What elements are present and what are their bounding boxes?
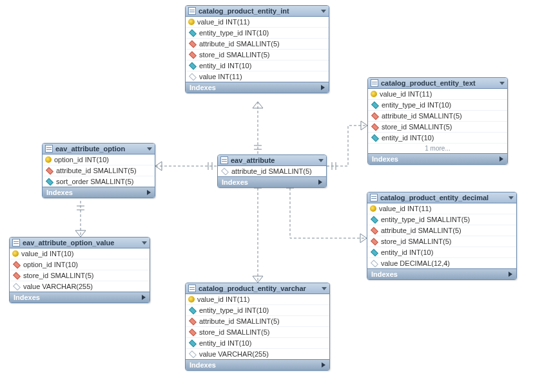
column-row[interactable]: value INT(11) (186, 71, 329, 82)
column-type-icon (46, 167, 53, 174)
column-row[interactable]: store_id SMALLINT(5) (367, 236, 516, 247)
column-row[interactable]: entity_type_id INT(10) (186, 27, 329, 38)
collapse-caret-icon[interactable] (509, 196, 514, 200)
column-type-icon (13, 272, 21, 279)
table-catalog-product-entity-decimal[interactable]: catalog_product_entity_decimalvalue_id I… (367, 192, 517, 280)
column-row[interactable]: store_id SMALLINT(5) (186, 326, 329, 337)
table-header[interactable]: eav_attribute_option_value (10, 238, 150, 248)
column-row[interactable]: value_id INT(11) (367, 203, 516, 214)
column-definition: store_id SMALLINT(5) (382, 123, 452, 131)
column-row[interactable]: entity_id INT(10) (186, 337, 329, 348)
column-definition: entity_id INT(10) (199, 339, 251, 347)
column-type-icon (189, 317, 197, 325)
column-row[interactable]: store_id SMALLINT(5) (368, 121, 507, 132)
table-eav-attribute[interactable]: eav_attributeattribute_id SMALLINT(5)Ind… (217, 154, 327, 188)
column-row[interactable]: value_id INT(11) (186, 17, 329, 27)
indexes-label: Indexes (371, 270, 398, 278)
svg-line-24 (258, 276, 263, 283)
column-definition: value_id INT(11) (197, 295, 249, 303)
column-list: value_id INT(11)entity_type_id INT(10)at… (368, 89, 507, 153)
column-row[interactable]: attribute_id SMALLINT(5) (186, 315, 329, 326)
column-row[interactable]: entity_id INT(10) (368, 132, 507, 143)
column-row[interactable]: entity_type_id INT(10) (186, 304, 329, 315)
primary-key-icon (188, 19, 195, 25)
column-type-icon (371, 101, 379, 109)
column-row[interactable]: attribute_id SMALLINT(5) (186, 38, 329, 49)
column-definition: store_id SMALLINT(5) (381, 238, 451, 245)
column-row[interactable]: value DECIMAL(12,4) (367, 257, 516, 268)
column-type-icon (189, 306, 197, 314)
column-definition: value VARCHAR(255) (23, 283, 93, 290)
column-definition: value_id INT(11) (380, 90, 432, 98)
table-icon (188, 7, 196, 15)
expand-arrow-icon (322, 362, 325, 368)
column-row[interactable]: entity_id INT(10) (367, 247, 516, 257)
column-row[interactable]: entity_type_id SMALLINT(5) (367, 214, 516, 225)
indexes-section[interactable]: Indexes (186, 82, 329, 93)
indexes-section[interactable]: Indexes (10, 292, 150, 303)
column-row[interactable]: value_id INT(10) (10, 248, 150, 259)
column-row[interactable]: attribute_id SMALLINT(5) (367, 225, 516, 236)
collapse-caret-icon[interactable] (318, 159, 324, 162)
table-catalog-product-entity-varchar[interactable]: catalog_product_entity_varcharvalue_id I… (185, 283, 330, 371)
column-row[interactable]: value_id INT(11) (186, 294, 329, 304)
column-row[interactable]: attribute_id SMALLINT(5) (368, 110, 507, 121)
collapse-caret-icon[interactable] (142, 241, 147, 245)
svg-line-12 (361, 121, 367, 126)
expand-arrow-icon (142, 295, 146, 300)
column-row[interactable]: store_id SMALLINT(5) (186, 49, 329, 60)
column-definition: store_id SMALLINT(5) (199, 328, 269, 336)
column-definition: attribute_id SMALLINT(5) (382, 112, 462, 120)
column-row[interactable]: value_id INT(11) (368, 89, 507, 99)
primary-key-icon (370, 205, 376, 212)
table-header[interactable]: eav_attribute_option (43, 144, 155, 154)
column-list: value_id INT(10)option_id INT(10)store_i… (10, 248, 150, 292)
table-header[interactable]: catalog_product_entity_varchar (186, 283, 329, 294)
expand-arrow-icon (318, 180, 322, 185)
indexes-section[interactable]: Indexes (368, 153, 507, 164)
column-definition: value VARCHAR(255) (199, 350, 269, 358)
collapse-caret-icon[interactable] (147, 147, 152, 151)
column-type-icon (189, 51, 197, 59)
column-definition: value_id INT(10) (21, 250, 73, 257)
more-columns-indicator[interactable]: 1 more... (368, 143, 507, 153)
column-type-icon (371, 216, 378, 223)
column-list: attribute_id SMALLINT(5) (218, 166, 326, 176)
table-header[interactable]: eav_attribute (218, 155, 326, 166)
indexes-label: Indexes (189, 361, 216, 369)
indexes-section[interactable]: Indexes (367, 268, 516, 279)
column-definition: entity_id INT(10) (381, 248, 433, 256)
column-row[interactable]: option_id INT(10) (10, 259, 150, 270)
column-row[interactable]: entity_type_id INT(10) (368, 99, 507, 110)
column-type-icon (189, 29, 197, 37)
table-header[interactable]: catalog_product_entity_decimal (367, 192, 516, 203)
column-definition: attribute_id SMALLINT(5) (381, 227, 461, 234)
table-eav-attribute-option-value[interactable]: eav_attribute_option_valuevalue_id INT(1… (9, 237, 150, 303)
indexes-section[interactable]: Indexes (186, 359, 329, 370)
column-row[interactable]: option_id INT(10) (43, 154, 155, 165)
indexes-section[interactable]: Indexes (218, 176, 326, 187)
svg-line-1 (253, 102, 258, 108)
collapse-caret-icon[interactable] (322, 287, 327, 290)
table-icon (370, 194, 378, 201)
primary-key-icon (45, 156, 52, 163)
column-definition: value_id INT(11) (379, 205, 431, 212)
column-row[interactable]: entity_id INT(10) (186, 60, 329, 71)
table-header[interactable]: catalog_product_entity_text (368, 78, 507, 89)
column-type-icon (371, 238, 378, 245)
column-row[interactable]: attribute_id SMALLINT(5) (218, 166, 326, 176)
column-definition: attribute_id SMALLINT(5) (56, 167, 137, 174)
table-header[interactable]: catalog_product_entity_int (186, 6, 329, 17)
table-catalog-product-entity-text[interactable]: catalog_product_entity_textvalue_id INT(… (367, 77, 508, 165)
column-row[interactable]: sort_order SMALLINT(5) (43, 176, 155, 187)
column-row[interactable]: attribute_id SMALLINT(5) (43, 165, 155, 176)
table-icon (220, 156, 228, 164)
collapse-caret-icon[interactable] (321, 10, 326, 13)
table-eav-attribute-option[interactable]: eav_attribute_optionoption_id INT(10)att… (42, 143, 155, 198)
column-row[interactable]: value VARCHAR(255) (186, 348, 329, 359)
indexes-section[interactable]: Indexes (43, 187, 155, 198)
collapse-caret-icon[interactable] (499, 82, 505, 85)
table-catalog-product-entity-int[interactable]: catalog_product_entity_intvalue_id INT(1… (185, 5, 329, 93)
column-row[interactable]: value VARCHAR(255) (10, 281, 150, 292)
column-row[interactable]: store_id SMALLINT(5) (10, 270, 150, 281)
